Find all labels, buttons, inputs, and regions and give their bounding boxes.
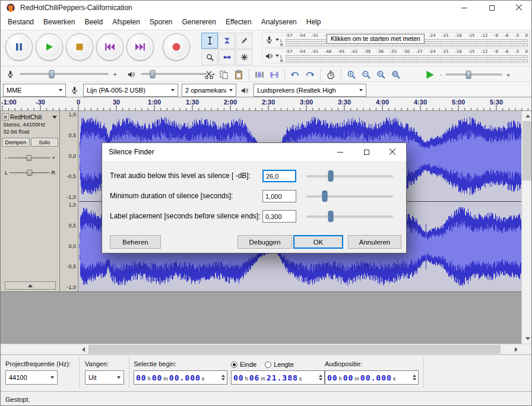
track-menu-dropdown-icon[interactable]	[52, 116, 57, 119]
dialog-close-button[interactable]	[379, 143, 406, 161]
time-spinner[interactable]	[318, 375, 323, 380]
copy-button[interactable]	[217, 68, 230, 81]
menu-help[interactable]: Help	[302, 15, 326, 30]
track-collapse-button[interactable]	[5, 281, 56, 290]
end-radio[interactable]: Einde	[231, 361, 256, 368]
dialog-title-bar[interactable]: Silence Finder	[102, 143, 406, 161]
vertical-ruler[interactable]: 1,00,50,0-0,5-1,0 1,00,50,0-0,5-1,0	[61, 111, 78, 292]
meter-dropdown-icon[interactable]	[276, 39, 279, 41]
trim-audio-button[interactable]	[253, 68, 266, 81]
skip-to-start-button[interactable]	[96, 33, 124, 61]
sync-lock-button[interactable]	[324, 68, 337, 81]
time-spinner[interactable]	[221, 375, 226, 380]
audio-position-time[interactable]: 00h 00m 00.000s	[325, 370, 419, 385]
close-button[interactable]	[505, 1, 532, 15]
length-radio[interactable]: Lengte	[265, 361, 294, 368]
scroll-left-button[interactable]	[78, 344, 88, 354]
audio-host-select[interactable]: MME	[3, 84, 66, 97]
paste-button[interactable]	[232, 68, 245, 81]
scroll-down-button[interactable]	[522, 334, 532, 344]
scroll-up-button[interactable]	[522, 111, 532, 121]
cancel-button[interactable]: Annuleren	[348, 235, 401, 249]
meter-start-monitoring-message[interactable]: Klikken om te starten met meten	[327, 34, 425, 44]
zoom-out-button[interactable]	[360, 68, 373, 81]
silence-audio-button[interactable]	[268, 68, 281, 81]
menu-afspelen[interactable]: Afspelen	[107, 15, 145, 30]
play-at-speed-button[interactable]	[423, 68, 436, 81]
min-duration-input[interactable]	[262, 190, 296, 202]
label-placement-input[interactable]	[262, 210, 296, 223]
playback-device-select[interactable]: Luidsprekers (Realtek High	[254, 84, 366, 97]
silence-threshold-input[interactable]	[262, 170, 296, 182]
recording-volume-slider[interactable]	[20, 69, 109, 80]
project-rate-select[interactable]: 44100	[5, 370, 58, 385]
slider-thumb[interactable]	[322, 191, 327, 202]
slider-thumb[interactable]	[27, 155, 32, 161]
draw-tool-button[interactable]	[236, 33, 252, 49]
zoom-in-button[interactable]	[345, 68, 358, 81]
mute-button[interactable]: Dempen	[2, 138, 30, 147]
slider-thumb[interactable]	[328, 211, 333, 222]
selection-tool-button[interactable]	[201, 33, 218, 49]
zoom-selection-button[interactable]	[375, 68, 388, 81]
menu-analyseren[interactable]: Analyseren	[256, 15, 302, 30]
minimize-button[interactable]	[451, 1, 478, 15]
menu-sporen[interactable]: Sporen	[145, 15, 178, 30]
debug-button[interactable]: Debuggen	[238, 235, 292, 249]
slider-thumb[interactable]	[49, 70, 55, 78]
selection-end-time[interactable]: 00h 06m 21.388s	[231, 370, 325, 385]
cut-button[interactable]	[202, 68, 216, 81]
min-duration-slider[interactable]	[306, 190, 393, 202]
playback-volume-slider[interactable]	[141, 69, 207, 80]
menu-bewerken[interactable]: Bewerken	[39, 15, 80, 30]
multi-tool-button[interactable]	[236, 49, 252, 65]
menu-genereren[interactable]: Genereren	[178, 15, 221, 30]
pause-button[interactable]	[5, 33, 33, 61]
play-speed-slider[interactable]	[445, 69, 502, 80]
pan-slider[interactable]: L R	[2, 169, 58, 176]
envelope-tool-button[interactable]	[218, 33, 235, 49]
scroll-right-button[interactable]	[511, 344, 521, 354]
manage-button[interactable]: Beheren	[110, 235, 161, 249]
playback-meter[interactable]: -57-54-51-48-45-42-39-36-33-30-27-24-21-…	[262, 48, 530, 64]
menu-beeld[interactable]: Beeld	[80, 15, 107, 30]
solo-button[interactable]: Solo	[31, 138, 59, 147]
ok-button[interactable]: OK	[293, 235, 343, 249]
gain-slider[interactable]: - +	[2, 154, 58, 161]
recording-device-select[interactable]: Lijn (PA-005-2 USB)	[83, 84, 178, 97]
time-spinner[interactable]	[412, 375, 417, 380]
maximize-button[interactable]	[478, 1, 505, 15]
track-close-button[interactable]	[2, 113, 9, 120]
meter-dropdown-icon[interactable]	[276, 55, 279, 57]
track-name[interactable]: RedHotChili	[10, 114, 52, 120]
vertical-scroll-thumb[interactable]	[522, 121, 532, 180]
menu-effecten[interactable]: Effecten	[221, 15, 256, 30]
timeline-ruler[interactable]: -1:00-300301:001:302:002:303:003:304:004…	[1, 97, 532, 111]
horizontal-scroll-thumb[interactable]	[88, 345, 501, 354]
zoom-fit-button[interactable]	[390, 68, 403, 81]
slider-thumb[interactable]	[328, 170, 333, 182]
silence-threshold-slider[interactable]	[306, 170, 393, 182]
horizontal-scrollbar[interactable]	[78, 344, 521, 355]
dialog-minimize-button[interactable]	[327, 143, 353, 161]
dialog-maximize-button[interactable]	[353, 143, 379, 161]
selection-start-time[interactable]: 00h 00m 00.000s	[134, 370, 227, 385]
recording-channels-select[interactable]: 2 opnamekanali	[182, 84, 236, 97]
slider-thumb[interactable]	[466, 71, 471, 79]
zoom-tool-button[interactable]	[201, 49, 218, 65]
snap-to-select[interactable]: Uit	[85, 370, 124, 385]
title-bar[interactable]: RedHotChiliPeppers-Californication	[1, 1, 532, 15]
recording-meter[interactable]: -57-54-51-48-45-42-39-36-33-30-27-24-21-…	[262, 32, 530, 47]
vertical-scrollbar[interactable]	[521, 111, 532, 344]
slider-thumb[interactable]	[150, 70, 155, 78]
skip-to-end-button[interactable]	[126, 33, 154, 61]
menu-bestand[interactable]: Bestand	[3, 15, 39, 30]
play-button[interactable]	[36, 33, 63, 61]
undo-button[interactable]	[289, 68, 302, 81]
slider-thumb[interactable]	[27, 170, 32, 176]
record-button[interactable]	[163, 33, 190, 61]
label-placement-slider[interactable]	[306, 210, 393, 223]
stop-button[interactable]	[66, 33, 93, 61]
timeshift-tool-button[interactable]	[218, 49, 235, 65]
redo-button[interactable]	[303, 68, 316, 81]
